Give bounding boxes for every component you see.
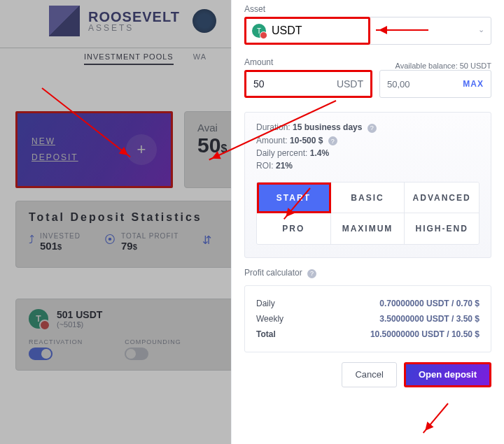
help-icon[interactable]: ? — [368, 124, 377, 133]
max-button[interactable]: MAX — [463, 79, 484, 89]
calc-label: Profit calculator — [244, 268, 302, 278]
plan-maximum[interactable]: MAXIMUM — [331, 213, 405, 244]
asset-value: USDT — [272, 24, 302, 37]
open-deposit-button[interactable]: Open deposit — [404, 362, 491, 387]
amount-currency: USDT — [337, 78, 363, 89]
amount-value: 50 — [253, 78, 265, 89]
plan-pro[interactable]: PRO — [257, 213, 331, 244]
fiat-value: 50,00 — [387, 79, 410, 89]
plan-info-card: Duration: 15 business days ? Amount: 10-… — [244, 112, 491, 258]
amount-input[interactable]: 50 USDT — [244, 70, 372, 98]
profit-calculator: Daily0.70000000 USDT / 0.70 $ Weekly3.50… — [244, 285, 491, 352]
help-icon[interactable]: ? — [328, 136, 337, 145]
plan-start[interactable]: START — [257, 182, 331, 213]
asset-label: Asset — [244, 4, 491, 14]
fiat-input[interactable]: 50,00 MAX — [379, 70, 491, 98]
cancel-button[interactable]: Cancel — [342, 362, 396, 387]
help-icon[interactable]: ? — [307, 269, 316, 278]
deposit-panel: Asset T USDT ⌄ Amount Available balance:… — [231, 0, 504, 444]
calc-total: 10.50000000 USDT / 10.50 $ — [370, 329, 479, 339]
usdt-mini-icon: T — [252, 24, 266, 38]
annotation-arrow — [376, 29, 428, 31]
plan-highend[interactable]: HIGH-END — [405, 213, 479, 244]
asset-select[interactable]: T USDT — [244, 17, 370, 45]
plan-basic[interactable]: BASIC — [331, 182, 405, 213]
calc-weekly: 3.50000000 USDT / 3.50 $ — [379, 314, 479, 324]
chevron-down-icon: ⌄ — [478, 25, 484, 34]
calc-daily: 0.70000000 USDT / 0.70 $ — [379, 299, 479, 308]
available-balance: Available balance: 50 USDT — [379, 62, 491, 70]
amount-label: Amount — [244, 57, 372, 67]
plan-advanced[interactable]: ADVANCED — [405, 182, 479, 213]
